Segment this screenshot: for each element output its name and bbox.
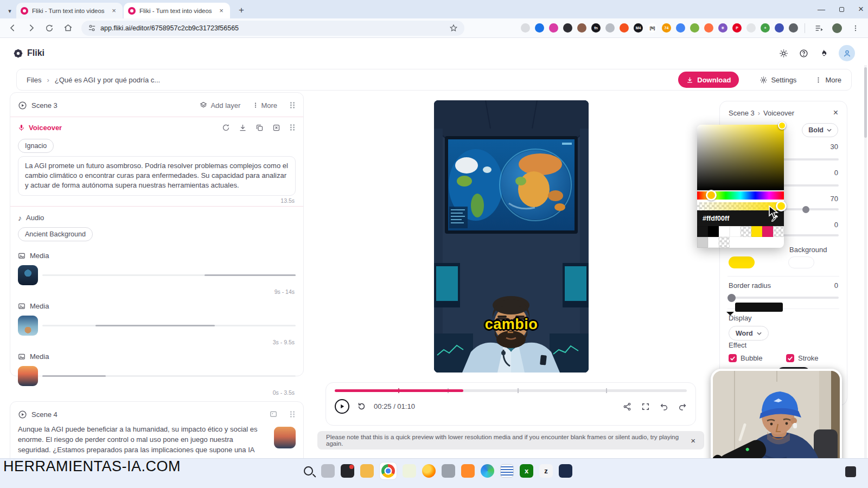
color-swatch[interactable] — [773, 226, 784, 237]
text-color-swatch[interactable] — [729, 256, 755, 268]
breadcrumb-files[interactable]: Files — [27, 76, 41, 84]
voice-name-chip[interactable]: Ignacio — [18, 139, 54, 153]
scene4-thumbnail[interactable] — [274, 427, 296, 448]
effect-stroke-checkbox[interactable]: Stroke — [786, 354, 819, 362]
media-thumbnail[interactable] — [18, 366, 38, 386]
taskbar-edge-icon[interactable] — [481, 464, 494, 478]
redo-icon[interactable] — [678, 402, 687, 411]
notion-extension-icon[interactable]: [N] — [648, 23, 657, 33]
bookmark-star-icon[interactable] — [449, 24, 458, 33]
home-icon[interactable] — [61, 21, 75, 35]
green-links-extension-icon[interactable] — [690, 23, 699, 33]
new-tab-button[interactable]: + — [234, 3, 248, 17]
taskbar-media-player-icon[interactable] — [461, 464, 475, 478]
fn-extension-icon[interactable]: fn — [591, 23, 601, 33]
color-swatch[interactable] — [719, 237, 730, 248]
share-icon[interactable] — [623, 402, 631, 411]
play-button[interactable] — [335, 399, 349, 414]
taskbar-search-icon[interactable] — [302, 464, 315, 478]
regenerate-icon[interactable] — [222, 124, 230, 132]
drag-handle-icon[interactable] — [289, 101, 296, 109]
tray-icon[interactable] — [845, 466, 856, 477]
blue-doc-extension-icon[interactable] — [676, 23, 685, 33]
media-range-slider[interactable] — [42, 274, 296, 276]
profile-avatar[interactable] — [830, 21, 844, 35]
color-wheel-extension-icon[interactable] — [549, 23, 558, 33]
restart-icon[interactable] — [357, 402, 366, 411]
delete-icon[interactable] — [272, 124, 280, 132]
taskbar-dark-app-icon[interactable] — [559, 464, 572, 478]
color-swatch[interactable] — [741, 226, 751, 237]
seek-bar[interactable] — [335, 389, 687, 392]
fullscreen-icon[interactable] — [641, 402, 650, 411]
green-plus-extension-icon[interactable]: + — [761, 23, 770, 33]
m4-extension-icon[interactable]: M4 — [634, 23, 643, 33]
site-settings-icon[interactable] — [88, 24, 96, 32]
camera-extension-icon[interactable] — [521, 23, 530, 33]
orange-swirl-extension-icon[interactable] — [704, 23, 713, 33]
saturation-handle[interactable] — [778, 121, 786, 130]
audio-track-chip[interactable]: Ancient Background — [18, 227, 93, 241]
help-icon[interactable] — [799, 49, 808, 58]
pencil-extension-icon[interactable] — [746, 23, 756, 33]
address-bar[interactable]: app.fliki.ai/editor/6758957c2cb9c31723f5… — [81, 21, 464, 36]
blue-ball-extension-icon[interactable] — [535, 23, 544, 33]
indigo-extension-icon[interactable] — [775, 23, 784, 33]
taskbar-settings-icon[interactable] — [442, 464, 455, 478]
color-swatch[interactable] — [730, 226, 741, 237]
taskbar-chrome-icon[interactable] — [380, 463, 397, 479]
user-avatar[interactable] — [839, 45, 855, 61]
inspector-breadcrumb-scene[interactable]: Scene 3 — [729, 109, 755, 117]
download-button[interactable]: Download — [678, 72, 739, 88]
reload-icon[interactable] — [42, 21, 56, 35]
more-button[interactable]: More — [815, 76, 841, 84]
fliki-brand[interactable]: Fliki — [13, 48, 44, 59]
scene3-more-button[interactable]: More — [252, 101, 277, 110]
taskbar-firefox-icon[interactable] — [422, 464, 436, 478]
window-maximize-button[interactable] — [839, 7, 844, 12]
voiceover-text-input[interactable]: La AGI promete un futuro asombroso. Podr… — [18, 156, 296, 196]
font-weight-select[interactable]: Bold — [802, 123, 838, 137]
media-thumbnail[interactable] — [18, 316, 38, 336]
taskbar-video-editor-icon[interactable] — [403, 464, 416, 478]
taskbar-task-view-icon[interactable] — [321, 464, 335, 478]
orange-brush-extension-icon[interactable] — [620, 23, 629, 33]
taskbar-notes-icon[interactable] — [500, 464, 514, 478]
window-minimize-button[interactable]: — — [818, 5, 825, 14]
breadcrumb-project-title[interactable]: ¿Qué es AGI y por qué podría c... — [55, 76, 160, 84]
color-swatch[interactable] — [708, 237, 719, 248]
duplicate-icon[interactable] — [256, 124, 264, 132]
color-swatch[interactable] — [697, 226, 708, 237]
effect-bubble-checkbox[interactable]: Bubble — [729, 354, 762, 362]
media-range-slider[interactable] — [42, 375, 296, 377]
back-icon[interactable] — [5, 21, 20, 35]
notice-close-icon[interactable]: × — [691, 436, 695, 445]
color-swatch[interactable] — [697, 237, 708, 248]
tab-close-icon[interactable]: × — [217, 7, 226, 15]
gray-tool-extension-icon[interactable] — [605, 23, 615, 33]
color-swatch[interactable] — [708, 226, 719, 237]
drag-handle-icon[interactable] — [289, 124, 296, 131]
taskbar-xbox-icon[interactable]: x — [520, 464, 533, 478]
color-swatch[interactable] — [751, 226, 762, 237]
inspector-close-icon[interactable]: × — [833, 108, 838, 118]
tab-close-icon[interactable]: × — [110, 7, 118, 15]
scene4-text[interactable]: Aunque la AGI puede beneficiar a la huma… — [18, 425, 267, 455]
puzzle-extension-icon[interactable] — [789, 23, 798, 33]
media-icon[interactable] — [270, 410, 277, 418]
page-scrollbar[interactable] — [864, 65, 867, 488]
color-swatch[interactable] — [762, 226, 773, 237]
hue-slider[interactable] — [697, 191, 784, 200]
saturation-area[interactable] — [697, 125, 784, 190]
reading-list-icon[interactable] — [812, 21, 826, 35]
add-layer-button[interactable]: Add layer — [200, 101, 240, 110]
badge-74-extension-icon[interactable]: 74 — [662, 23, 671, 33]
border-radius-slider[interactable] — [727, 297, 839, 299]
download-audio-icon[interactable] — [239, 124, 247, 132]
play-scene-icon[interactable] — [18, 410, 27, 419]
background-color-swatch[interactable] — [788, 256, 814, 268]
taskbar-dark-sphere-app-icon[interactable] — [341, 464, 354, 478]
drag-handle-icon[interactable] — [289, 410, 296, 418]
purple-flower-extension-icon[interactable]: ✳ — [718, 23, 727, 33]
taskbar-file-explorer-icon[interactable] — [360, 464, 374, 478]
